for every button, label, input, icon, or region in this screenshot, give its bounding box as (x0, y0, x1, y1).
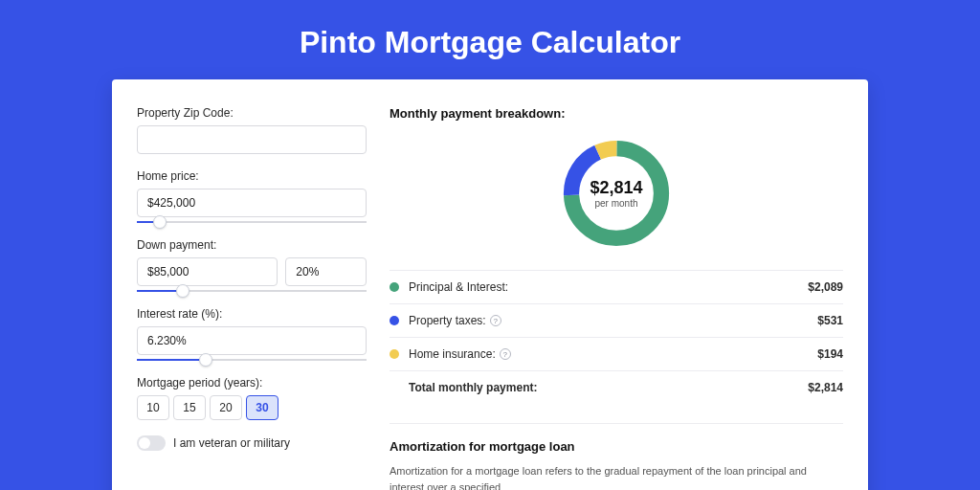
zip-input[interactable] (137, 125, 367, 154)
legend-dot (390, 349, 399, 359)
legend-total-value: $2,814 (808, 381, 843, 394)
home-price-label: Home price: (137, 169, 367, 183)
info-icon[interactable]: ? (500, 348, 511, 360)
legend-dot (390, 282, 399, 292)
legend-total-row: Total monthly payment:$2,814 (390, 371, 843, 404)
field-home-price: Home price: (137, 169, 367, 223)
legend-row: Property taxes:?$531 (390, 304, 843, 338)
period-option-10[interactable]: 10 (137, 395, 169, 420)
page-title: Pinto Mortgage Calculator (0, 0, 980, 79)
info-icon[interactable]: ? (490, 315, 501, 326)
down-payment-percent-input[interactable] (285, 257, 367, 286)
amortization-section: Amortization for mortgage loan Amortizat… (390, 423, 843, 490)
donut-amount: $2,814 (590, 178, 642, 198)
home-price-input[interactable] (137, 189, 367, 217)
period-option-30[interactable]: 30 (246, 395, 278, 420)
slider-thumb[interactable] (199, 353, 212, 367)
calculator-card: Property Zip Code: Home price: Down paym… (112, 79, 868, 490)
slider-thumb[interactable] (153, 215, 167, 229)
legend-total-label: Total monthly payment: (409, 381, 808, 394)
field-period: Mortgage period (years): 10152030 (137, 376, 367, 420)
breakdown-title: Monthly payment breakdown: (390, 106, 843, 121)
amortization-title: Amortization for mortgage loan (390, 439, 843, 454)
veteran-toggle[interactable] (137, 435, 166, 451)
down-payment-label: Down payment: (137, 238, 367, 252)
toggle-knob (139, 437, 150, 449)
down-payment-amount-input[interactable] (137, 257, 278, 286)
inputs-column: Property Zip Code: Home price: Down paym… (137, 106, 367, 490)
legend-row: Principal & Interest:$2,089 (390, 271, 843, 304)
interest-rate-input[interactable] (137, 326, 367, 355)
down-payment-slider[interactable] (137, 290, 367, 292)
veteran-label: I am veteran or military (173, 436, 290, 450)
donut-chart-wrap: $2,814 per month (390, 134, 843, 253)
legend-value: $194 (817, 347, 843, 361)
donut-sub: per month (590, 198, 642, 209)
zip-label: Property Zip Code: (137, 106, 367, 120)
legend-label: Property taxes:? (409, 314, 817, 327)
field-down-payment: Down payment: (137, 238, 367, 292)
amortization-body: Amortization for a mortgage loan refers … (390, 463, 843, 490)
legend-dot (390, 316, 399, 325)
period-option-15[interactable]: 15 (173, 395, 206, 420)
period-label: Mortgage period (years): (137, 376, 367, 390)
interest-rate-slider[interactable] (137, 359, 367, 361)
interest-rate-label: Interest rate (%): (137, 307, 367, 321)
donut-chart: $2,814 per month (557, 134, 676, 253)
period-option-20[interactable]: 20 (210, 395, 242, 420)
legend-list: Principal & Interest:$2,089Property taxe… (390, 270, 843, 404)
legend-row: Home insurance:?$194 (390, 338, 843, 371)
home-price-slider[interactable] (137, 221, 367, 223)
slider-thumb[interactable] (176, 284, 189, 298)
field-interest-rate: Interest rate (%): (137, 307, 367, 361)
legend-label: Principal & Interest: (409, 280, 808, 294)
donut-center: $2,814 per month (590, 178, 642, 209)
legend-value: $2,089 (808, 280, 843, 294)
breakdown-column: Monthly payment breakdown: $2,814 per mo… (390, 106, 843, 490)
legend-label: Home insurance:? (409, 347, 817, 361)
veteran-toggle-row: I am veteran or military (137, 435, 367, 451)
field-zip: Property Zip Code: (137, 106, 367, 154)
legend-value: $531 (817, 314, 843, 327)
